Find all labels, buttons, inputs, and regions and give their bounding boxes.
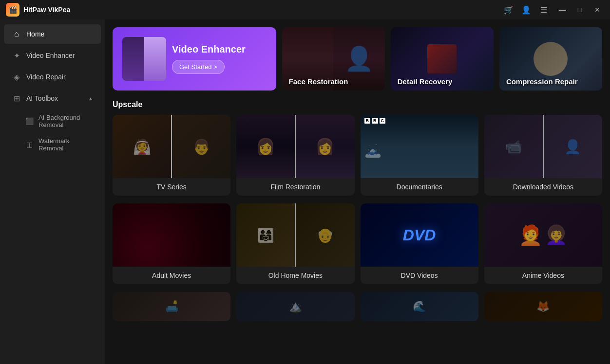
old-home-movies-card[interactable]: 👨‍👩‍👧 👴 Old Home Movies xyxy=(236,203,354,284)
downloaded-videos-label: Downloaded Videos xyxy=(484,178,602,196)
sidebar-item-bg-removal[interactable]: ⬛ AI Background Removal xyxy=(18,110,101,132)
detail-recovery-label: Detail Recovery xyxy=(391,73,459,91)
enhancer-title: Video Enhancer xyxy=(172,44,246,55)
downloaded-split: 📹 👤 xyxy=(484,115,602,178)
dvd-videos-card[interactable]: DVD DVD Videos xyxy=(361,203,478,284)
toolbox-arrow-icon: ▲ xyxy=(88,96,93,101)
bottom-card-1-img: 🛋️ xyxy=(113,292,230,321)
face-restoration-label: Face Restoration xyxy=(282,73,355,91)
adult-movies-img xyxy=(113,203,230,267)
titlebar: 🎬 HitPaw VikPea 🛒 👤 ☰ — □ ✕ xyxy=(0,0,610,19)
dl-left: 📹 xyxy=(484,115,543,178)
watermark-removal-label: Watermark Removal xyxy=(38,137,93,152)
bg-removal-icon: ⬛ xyxy=(25,117,34,126)
feature-cards-row: Video Enhancer Get Started > 👤 Face Rest… xyxy=(113,27,602,91)
anime-videos-card[interactable]: 🧑‍🦰 👩‍🦱 Anime Videos xyxy=(484,203,602,284)
bottom-card-4[interactable]: 🦊 xyxy=(484,292,602,321)
video-enhancer-card[interactable]: Video Enhancer Get Started > xyxy=(113,27,276,91)
tv-right: 👨 xyxy=(172,115,230,178)
sidebar-item-home[interactable]: ⌂ Home xyxy=(4,24,101,44)
toolbox-section-left: ⊞ AI Toolbox xyxy=(12,93,58,103)
upscale-grid-row1: 👰 👨 TV Series xyxy=(113,115,602,196)
documentaries-card[interactable]: B B C 🗻 Documentaries xyxy=(361,115,478,196)
sidebar-toolbox-section[interactable]: ⊞ AI Toolbox ▲ xyxy=(4,89,101,108)
toolbox-icon: ⊞ xyxy=(12,93,21,103)
tv-left: 👰 xyxy=(113,115,171,178)
old-home-movies-label: Old Home Movies xyxy=(236,267,354,284)
dvd-img: DVD xyxy=(361,203,478,267)
old-home-img: 👨‍👩‍👧 👴 xyxy=(236,203,354,267)
sidebar-toolbox-sub: ⬛ AI Background Removal ◫ Watermark Remo… xyxy=(0,109,105,157)
app-logo: 🎬 xyxy=(6,3,19,17)
downloaded-img: 📹 👤 xyxy=(484,115,602,178)
bbc-b2: B xyxy=(372,118,378,124)
bbc-logo: B B C xyxy=(364,118,386,124)
content-area: Video Enhancer Get Started > 👤 Face Rest… xyxy=(105,19,610,364)
window-controls: — □ ✕ xyxy=(555,3,604,17)
dvd-videos-label: DVD Videos xyxy=(361,267,478,284)
bottom-card-4-img: 🦊 xyxy=(484,292,602,321)
sidebar: ⌂ Home ✦ Video Enhancer ◈ Video Repair ⊞… xyxy=(0,19,105,364)
get-started-button[interactable]: Get Started > xyxy=(172,60,225,74)
tv-series-card[interactable]: 👰 👨 TV Series xyxy=(113,115,230,196)
adult-visual xyxy=(113,203,230,267)
tv-series-split: 👰 👨 xyxy=(113,115,230,178)
titlebar-right: 🛒 👤 ☰ — □ ✕ xyxy=(503,3,604,17)
bbc-b3: C xyxy=(380,118,386,124)
upscale-section-title: Upscale xyxy=(113,100,602,109)
home-split: 👨‍👩‍👧 👴 xyxy=(236,203,354,267)
compression-repair-label: Compression Repair xyxy=(499,73,585,91)
home-right: 👴 xyxy=(296,203,354,267)
minimize-button[interactable]: — xyxy=(555,3,569,17)
enhancer-right-half xyxy=(144,37,166,81)
anime-visual: 🧑‍🦰 👩‍🦱 xyxy=(484,203,602,267)
maximize-button[interactable]: □ xyxy=(573,3,587,17)
dvd-visual: DVD xyxy=(361,203,478,267)
menu-icon[interactable]: ☰ xyxy=(538,4,550,16)
film-right: 👩 xyxy=(296,115,354,178)
adult-movies-card[interactable]: Adult Movies xyxy=(113,203,230,284)
sidebar-item-video-repair[interactable]: ◈ Video Repair xyxy=(4,67,101,87)
bottom-card-3[interactable]: 🌊 xyxy=(361,292,478,321)
documentaries-label: Documentaries xyxy=(361,178,478,196)
bg-removal-label: AI Background Removal xyxy=(38,114,93,128)
tv-series-img: 👰 👨 xyxy=(113,115,230,178)
home-icon: ⌂ xyxy=(12,29,21,39)
home-left: 👨‍👩‍👧 xyxy=(236,203,295,267)
close-button[interactable]: ✕ xyxy=(591,3,604,17)
adult-movies-label: Adult Movies xyxy=(113,267,230,284)
doc-visual: B B C 🗻 xyxy=(361,115,478,178)
toolbox-label: AI Toolbox xyxy=(26,94,58,102)
face-restoration-card[interactable]: 👤 Face Restoration xyxy=(282,27,385,91)
main-layout: ⌂ Home ✦ Video Enhancer ◈ Video Repair ⊞… xyxy=(0,19,610,364)
enhancer-visual xyxy=(122,37,166,81)
app-title: HitPaw VikPea xyxy=(23,6,70,14)
titlebar-left: 🎬 HitPaw VikPea xyxy=(6,3,70,17)
compression-repair-card[interactable]: Compression Repair xyxy=(499,27,602,91)
bottom-card-2-img: 🏔️ xyxy=(236,292,354,321)
tv-series-label: TV Series xyxy=(113,178,230,196)
film-restoration-card[interactable]: 👩 👩 Film Restoration xyxy=(236,115,354,196)
dl-right: 👤 xyxy=(544,115,602,178)
enhancer-text: Video Enhancer Get Started > xyxy=(172,44,246,74)
sidebar-label-video-repair: Video Repair xyxy=(26,73,66,81)
account-icon[interactable]: 👤 xyxy=(520,4,532,16)
film-split: 👩 👩 xyxy=(236,115,354,178)
sidebar-label-video-enhancer: Video Enhancer xyxy=(26,52,75,59)
film-left: 👩 xyxy=(236,115,295,178)
store-icon[interactable]: 🛒 xyxy=(503,4,515,16)
video-enhancer-icon: ✦ xyxy=(12,51,21,60)
bottom-card-3-img: 🌊 xyxy=(361,292,478,321)
detail-recovery-card[interactable]: Detail Recovery xyxy=(391,27,494,91)
film-restoration-label: Film Restoration xyxy=(236,178,354,196)
film-restoration-img: 👩 👩 xyxy=(236,115,354,178)
documentaries-img: B B C 🗻 xyxy=(361,115,478,178)
sidebar-item-watermark-removal[interactable]: ◫ Watermark Removal xyxy=(18,133,101,156)
enhancer-left-half xyxy=(122,37,144,81)
bottom-card-1[interactable]: 🛋️ xyxy=(113,292,230,321)
dvd-logo: DVD xyxy=(403,226,436,244)
bottom-card-2[interactable]: 🏔️ xyxy=(236,292,354,321)
bbc-b1: B xyxy=(364,118,371,124)
sidebar-item-video-enhancer[interactable]: ✦ Video Enhancer xyxy=(4,46,101,65)
downloaded-videos-card[interactable]: 📹 👤 Downloaded Videos xyxy=(484,115,602,196)
